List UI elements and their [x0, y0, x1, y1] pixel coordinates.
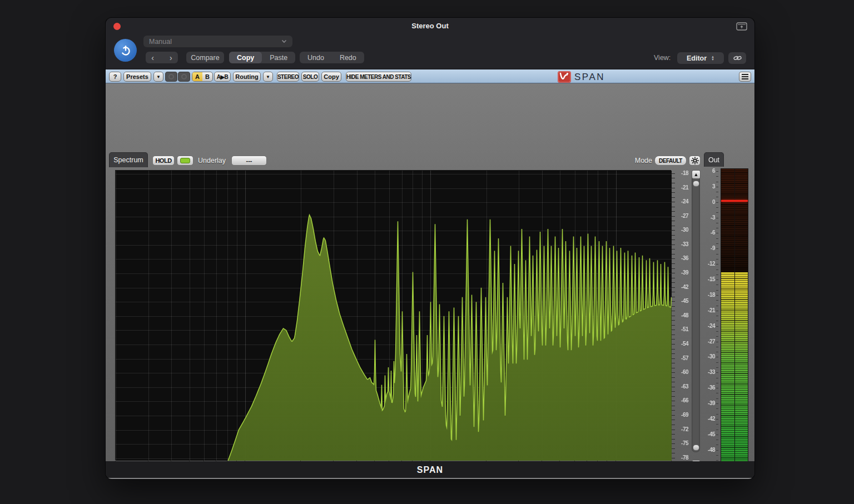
power-button[interactable] — [114, 39, 137, 62]
stereo-button[interactable]: STEREO — [277, 72, 299, 82]
meter-segments — [721, 169, 734, 479]
vertical-scroll-thumb-top[interactable] — [693, 181, 699, 187]
peak-hold-line — [721, 200, 748, 202]
help-button[interactable]: ? — [109, 72, 121, 82]
db-tick — [672, 197, 675, 198]
out-scale-tick — [716, 424, 718, 425]
out-scale-tick — [716, 357, 718, 357]
meter-column-right — [734, 169, 748, 479]
db-tick — [672, 192, 675, 193]
out-scale-tick — [716, 285, 718, 285]
copy-button[interactable]: Copy — [229, 52, 262, 63]
db-tick — [672, 396, 675, 397]
spectrum-canvas[interactable] — [116, 171, 672, 461]
out-scale-tick — [716, 218, 718, 218]
db-tick-label: -78 — [675, 455, 688, 461]
menu-button[interactable] — [739, 72, 751, 82]
out-scale-label: -39 — [704, 400, 715, 406]
out-scale-tick — [716, 331, 718, 332]
db-tick-label: -33 — [675, 241, 688, 247]
hold-button[interactable]: HOLD — [152, 156, 175, 166]
circular-arrow-icon — [181, 74, 187, 79]
out-scale-label: -21 — [704, 307, 715, 313]
preset-dropdown[interactable]: Manual — [143, 36, 292, 47]
output-meter-panel: Out 630-3-6-9-12-15-18-21-24-27-30-33-36… — [704, 152, 752, 479]
tab-spectrum[interactable]: Spectrum — [109, 152, 148, 167]
out-scale-tick — [716, 378, 718, 378]
out-scale-tick — [716, 398, 718, 399]
stepper-icon: ▲▼ — [711, 56, 714, 61]
routing-dropdown-button[interactable]: ▼ — [263, 72, 273, 82]
db-tick-label: -39 — [675, 270, 688, 276]
out-scale-tick — [716, 171, 718, 172]
settings-button[interactable] — [689, 156, 701, 166]
out-scale-tick — [716, 207, 718, 208]
out-scale-tick — [716, 367, 718, 368]
prev-preset-button[interactable]: ‹ — [143, 52, 162, 63]
out-scale-label: -36 — [704, 385, 715, 391]
b-button[interactable]: B — [202, 72, 212, 81]
out-scale-tick — [716, 435, 718, 435]
vertical-scrollbar-track[interactable] — [692, 170, 700, 452]
routing-button[interactable]: Routing — [233, 72, 261, 82]
db-tick — [672, 363, 675, 363]
db-tick-label: -18 — [675, 170, 688, 176]
out-scale-tick — [716, 362, 718, 363]
undo-button[interactable]: Undo — [300, 52, 332, 63]
out-scale-tick — [716, 202, 718, 203]
scroll-up-button[interactable]: ▲ — [692, 170, 701, 179]
db-tick-label: -27 — [675, 213, 688, 219]
db-tick — [672, 448, 675, 449]
db-tick — [672, 178, 675, 178]
db-tick — [672, 282, 675, 283]
out-scale-label: -9 — [704, 245, 715, 251]
plugin-window: Stereo Out Manual ‹ › Compare Copy Paste… — [106, 18, 754, 479]
popout-icon[interactable] — [736, 22, 747, 31]
out-scale-tick — [716, 388, 718, 388]
redo-knob-button[interactable] — [178, 72, 190, 82]
link-button[interactable] — [728, 52, 746, 64]
view-selector[interactable]: Editor ▲▼ — [677, 52, 724, 64]
tab-out[interactable]: Out — [704, 152, 724, 167]
paste-button[interactable]: Paste — [262, 52, 295, 63]
db-tick-label: -30 — [675, 227, 688, 233]
out-scale-label: -12 — [704, 261, 715, 267]
db-tick-label: -42 — [675, 284, 688, 290]
out-scale-tick — [716, 342, 718, 342]
presets-dropdown-button[interactable]: ▼ — [153, 72, 163, 82]
db-tick — [672, 254, 675, 255]
gear-icon — [691, 157, 699, 164]
db-tick-label: -66 — [675, 397, 688, 403]
a-button[interactable]: A — [192, 72, 202, 81]
out-scale-label: -45 — [704, 431, 715, 437]
hide-meters-button[interactable]: HIDE METERS AND STATS — [346, 72, 411, 82]
out-scale-label: -18 — [704, 292, 715, 298]
spectrum-plot[interactable] — [115, 170, 671, 460]
vertical-scroll-thumb-bottom[interactable] — [693, 445, 699, 451]
db-tick-label: -69 — [675, 412, 688, 418]
view-value: Editor — [687, 54, 707, 62]
solo-button[interactable]: SOLO — [301, 72, 319, 82]
mode-value-button[interactable]: DEFAULT — [654, 156, 687, 166]
redo-button[interactable]: Redo — [332, 52, 364, 63]
db-tick — [672, 420, 675, 420]
db-tick — [672, 339, 675, 340]
copy-paste-group: Copy Paste — [229, 52, 295, 63]
underlay-led-button[interactable] — [177, 156, 193, 166]
a-to-b-button[interactable]: A▶B — [214, 72, 231, 82]
underlay-value-button[interactable]: --- — [231, 156, 267, 166]
out-scale-tick — [716, 321, 718, 321]
db-tick — [672, 263, 675, 264]
undo-knob-button[interactable] — [165, 72, 177, 82]
compare-button[interactable]: Compare — [186, 52, 224, 63]
db-tick — [672, 335, 675, 335]
next-preset-button[interactable]: › — [162, 52, 180, 63]
out-scale-tick — [716, 275, 718, 275]
db-tick-label: -21 — [675, 184, 688, 191]
out-scale-tick — [716, 223, 718, 223]
close-button[interactable] — [113, 23, 121, 30]
presets-button[interactable]: Presets — [123, 72, 151, 82]
copy-span-button[interactable]: Copy — [321, 72, 341, 82]
db-tick — [672, 207, 675, 207]
db-tick — [672, 425, 675, 425]
